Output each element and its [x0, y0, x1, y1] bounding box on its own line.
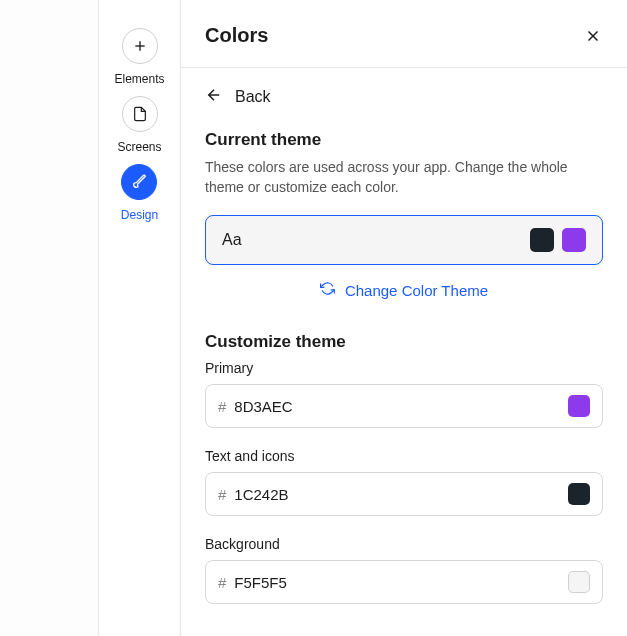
field-label: Text and icons	[205, 448, 603, 464]
arrow-left-icon	[205, 86, 223, 108]
panel-body: Back Current theme These colors are used…	[181, 68, 627, 636]
hex-input[interactable]: 1C242B	[234, 486, 560, 503]
field-primary: Primary # 8D3AEC	[205, 360, 603, 428]
sidebar-item-label: Elements	[114, 72, 164, 86]
field-label: Primary	[205, 360, 603, 376]
sidebar: Elements Screens Design	[99, 0, 181, 636]
color-input-row[interactable]: # 1C242B	[205, 472, 603, 516]
sidebar-item-elements[interactable]: Elements	[114, 28, 164, 86]
panel-title: Colors	[205, 24, 268, 47]
panel-header: Colors	[181, 0, 627, 68]
sidebar-item-design[interactable]: Design	[121, 164, 158, 222]
sidebar-item-label: Design	[121, 208, 158, 222]
document-icon	[122, 96, 158, 132]
color-swatch[interactable]	[568, 395, 590, 417]
theme-preview-card[interactable]: Aa	[205, 215, 603, 265]
back-label: Back	[235, 88, 271, 106]
hash-symbol: #	[218, 398, 226, 415]
change-theme-button[interactable]: Change Color Theme	[205, 281, 603, 300]
back-button[interactable]: Back	[205, 86, 603, 108]
hex-input[interactable]: 8D3AEC	[234, 398, 560, 415]
field-label: Background	[205, 536, 603, 552]
close-button[interactable]	[583, 26, 603, 46]
plus-icon	[122, 28, 158, 64]
hash-symbol: #	[218, 486, 226, 503]
swatch-dark	[530, 228, 554, 252]
color-input-row[interactable]: # 8D3AEC	[205, 384, 603, 428]
color-swatch[interactable]	[568, 483, 590, 505]
brush-icon	[121, 164, 157, 200]
theme-sample-text: Aa	[222, 231, 242, 249]
field-background: Background # F5F5F5	[205, 536, 603, 604]
field-text-icons: Text and icons # 1C242B	[205, 448, 603, 516]
hash-symbol: #	[218, 574, 226, 591]
customize-title: Customize theme	[205, 332, 603, 352]
color-swatch[interactable]	[568, 571, 590, 593]
change-theme-label: Change Color Theme	[345, 282, 488, 299]
panel: Colors Back Current theme These colors a…	[181, 0, 627, 636]
color-input-row[interactable]: # F5F5F5	[205, 560, 603, 604]
current-theme-title: Current theme	[205, 130, 603, 150]
sidebar-item-screens[interactable]: Screens	[117, 96, 161, 154]
current-theme-desc: These colors are used across your app. C…	[205, 158, 603, 197]
hex-input[interactable]: F5F5F5	[234, 574, 560, 591]
left-gutter	[0, 0, 99, 636]
swatch-pair	[530, 228, 586, 252]
sidebar-item-label: Screens	[117, 140, 161, 154]
refresh-icon	[320, 281, 335, 300]
swatch-accent	[562, 228, 586, 252]
